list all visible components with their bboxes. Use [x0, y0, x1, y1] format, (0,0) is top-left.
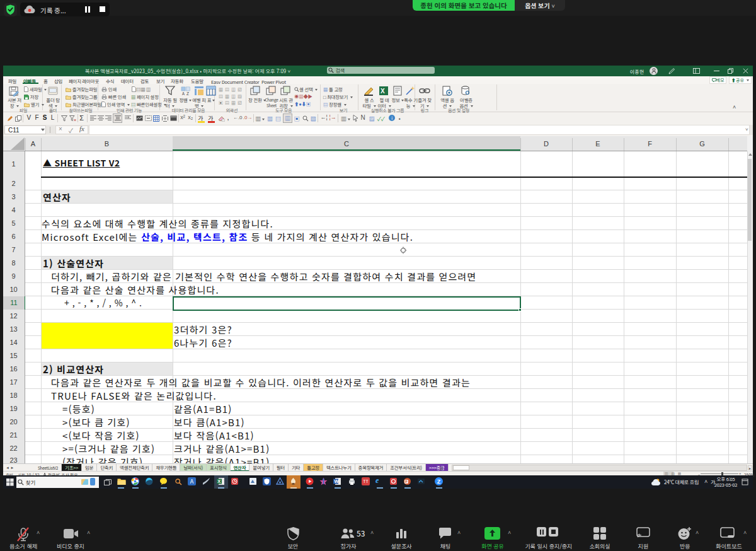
svg-text:A: A [182, 90, 185, 96]
svg-text:X: X [381, 86, 385, 95]
svg-text:P: P [405, 479, 408, 484]
svg-text:X: X [217, 477, 220, 484]
svg-text:W: W [335, 477, 340, 484]
svg-text:Z: Z [186, 90, 189, 96]
